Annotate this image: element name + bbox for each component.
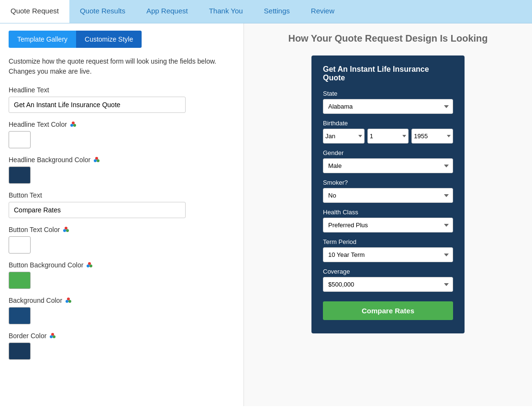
main-content: Template Gallery Customize Style Customi… bbox=[0, 23, 532, 406]
background-color-swatch[interactable] bbox=[9, 307, 31, 324]
svg-point-17 bbox=[53, 335, 55, 338]
button-text-color-label: Button Text Color bbox=[9, 226, 235, 233]
headline-text-input[interactable] bbox=[9, 97, 186, 113]
button-text-label: Button Text bbox=[9, 191, 235, 199]
tab-settings[interactable]: Settings bbox=[254, 0, 300, 23]
border-color-label: Border Color bbox=[9, 332, 235, 340]
headline-text-label: Headline Text bbox=[9, 86, 235, 94]
qf-month-select[interactable]: Jan bbox=[323, 129, 365, 144]
svg-point-14 bbox=[68, 300, 71, 303]
svg-point-2 bbox=[73, 124, 76, 127]
qf-birthdate-row: Jan 1 1955 bbox=[323, 129, 453, 144]
tab-quote-results[interactable]: Quote Results bbox=[69, 0, 136, 23]
svg-point-11 bbox=[89, 265, 92, 267]
qf-headline: Get An Instant Life Insurance Quote bbox=[323, 65, 453, 82]
headline-text-color-swatch[interactable] bbox=[9, 131, 31, 148]
svg-point-3 bbox=[95, 157, 98, 160]
border-color-swatch[interactable] bbox=[9, 343, 31, 360]
preview-title: How Your Quote Request Design Is Looking bbox=[258, 33, 518, 44]
qf-term-period-label: Term Period bbox=[323, 238, 453, 245]
qf-coverage-label: Coverage bbox=[323, 268, 453, 275]
svg-point-12 bbox=[67, 298, 70, 300]
tab-app-request[interactable]: App Request bbox=[136, 0, 199, 23]
background-color-icon bbox=[65, 297, 72, 304]
description-text: Customize how the quote request form wil… bbox=[9, 56, 235, 77]
button-text-color-swatch[interactable] bbox=[9, 236, 31, 254]
svg-point-10 bbox=[87, 265, 89, 267]
tab-review[interactable]: Review bbox=[300, 0, 345, 23]
qf-birthdate-label: Birthdate bbox=[323, 120, 453, 127]
qf-coverage-select[interactable]: $500,000 bbox=[323, 277, 453, 292]
button-bg-color-swatch[interactable] bbox=[9, 272, 31, 289]
svg-point-7 bbox=[63, 229, 66, 232]
svg-point-13 bbox=[66, 300, 68, 303]
qf-health-class-label: Health Class bbox=[323, 209, 453, 216]
qf-gender-select[interactable]: Male bbox=[323, 158, 453, 173]
svg-point-15 bbox=[51, 333, 54, 336]
customize-style-button[interactable]: Customize Style bbox=[76, 31, 142, 48]
quote-form-preview: Get An Instant Life Insurance Quote Stat… bbox=[311, 55, 465, 333]
button-bg-color-label: Button Background Color bbox=[9, 261, 235, 269]
headline-text-color-icon bbox=[69, 121, 77, 128]
button-bg-color-icon bbox=[86, 261, 93, 269]
qf-compare-rates-button[interactable]: Compare Rates bbox=[323, 301, 453, 320]
svg-point-9 bbox=[88, 262, 91, 265]
svg-point-4 bbox=[94, 159, 97, 162]
qf-smoker-label: Smoker? bbox=[323, 179, 453, 186]
svg-point-0 bbox=[72, 122, 75, 124]
btn-row: Template Gallery Customize Style bbox=[9, 31, 235, 48]
qf-term-period-select[interactable]: 10 Year Term bbox=[323, 247, 453, 262]
svg-point-16 bbox=[50, 335, 53, 338]
qf-health-class-select[interactable]: Preferred Plus bbox=[323, 218, 453, 232]
qf-state-select[interactable]: Alabama bbox=[323, 99, 453, 114]
button-text-color-icon bbox=[62, 226, 70, 233]
qf-state-label: State bbox=[323, 90, 453, 97]
tab-thank-you[interactable]: Thank You bbox=[199, 0, 254, 23]
headline-bg-color-icon bbox=[93, 156, 100, 164]
svg-point-8 bbox=[66, 229, 69, 232]
qf-day-select[interactable]: 1 bbox=[367, 129, 409, 144]
svg-point-1 bbox=[70, 124, 73, 127]
left-panel: Template Gallery Customize Style Customi… bbox=[0, 23, 244, 406]
svg-point-6 bbox=[65, 227, 67, 230]
headline-bg-color-swatch[interactable] bbox=[9, 166, 31, 184]
top-nav: Quote Request Quote Results App Request … bbox=[0, 0, 532, 23]
qf-smoker-select[interactable]: No bbox=[323, 188, 453, 203]
background-color-label: Background Color bbox=[9, 297, 235, 304]
button-text-input[interactable] bbox=[9, 202, 186, 218]
right-panel: How Your Quote Request Design Is Looking… bbox=[244, 23, 532, 406]
qf-year-select[interactable]: 1955 bbox=[411, 129, 453, 144]
svg-point-5 bbox=[97, 159, 100, 162]
tab-quote-request[interactable]: Quote Request bbox=[0, 0, 69, 23]
headline-bg-color-label: Headline Background Color bbox=[9, 156, 235, 164]
qf-gender-label: Gender bbox=[323, 149, 453, 156]
headline-text-color-label: Headline Text Color bbox=[9, 121, 235, 128]
template-gallery-button[interactable]: Template Gallery bbox=[9, 31, 76, 48]
border-color-icon bbox=[49, 332, 56, 340]
